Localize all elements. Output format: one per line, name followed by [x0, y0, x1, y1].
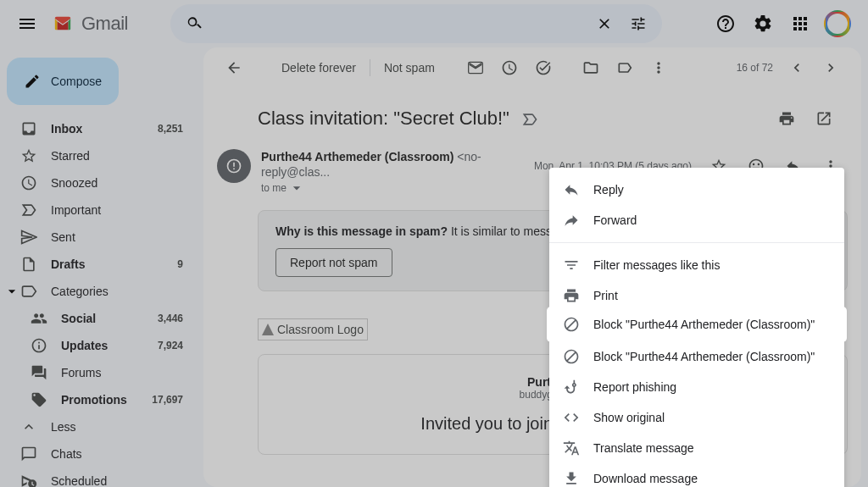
- labels-button[interactable]: [608, 51, 642, 85]
- pencil-icon: [24, 71, 41, 91]
- sidebar-item-scheduled[interactable]: Scheduled: [0, 468, 193, 487]
- block-icon: [563, 316, 580, 333]
- sender-name: Purthe44 Arthemeder (Classroom): [261, 150, 457, 163]
- gear-icon: [753, 14, 773, 34]
- label-icon: [20, 283, 37, 300]
- newer-button[interactable]: [780, 51, 814, 85]
- forward-icon: [563, 212, 580, 229]
- sidebar-item-inbox[interactable]: Inbox 8,251: [0, 115, 193, 142]
- not-spam-button[interactable]: Not spam: [374, 61, 445, 75]
- sidebar-item-social[interactable]: Social 3,446: [0, 305, 193, 332]
- compose-button[interactable]: Compose: [7, 58, 119, 105]
- caret-down-icon: [3, 283, 20, 300]
- scheduled-icon: [20, 473, 37, 487]
- filter-icon: [563, 257, 580, 274]
- menu-print[interactable]: Print: [549, 280, 844, 311]
- menu-reply[interactable]: Reply: [549, 174, 844, 205]
- menu-show-original[interactable]: Show original: [549, 402, 844, 433]
- tune-icon: [630, 15, 647, 32]
- sidebar-item-forums[interactable]: Forums: [0, 359, 193, 386]
- search-input[interactable]: [211, 16, 587, 31]
- svg-rect-2: [233, 169, 235, 170]
- svg-rect-1: [233, 163, 235, 167]
- delete-forever-button[interactable]: Delete forever: [271, 61, 366, 75]
- tag-icon: [31, 391, 47, 408]
- print-icon: [563, 287, 580, 304]
- send-icon: [20, 229, 37, 246]
- sidebar-item-less[interactable]: Less: [0, 413, 193, 440]
- settings-button[interactable]: [746, 7, 780, 41]
- label-icon: [616, 59, 633, 76]
- clock-icon: [501, 59, 518, 76]
- draft-icon: [20, 256, 37, 273]
- mark-unread-button[interactable]: [459, 51, 492, 85]
- menu-divider: [549, 242, 844, 243]
- header: Gmail: [0, 0, 868, 47]
- recipient-dropdown[interactable]: to me: [261, 180, 534, 196]
- more-vert-icon: [650, 59, 667, 76]
- sidebar-item-important[interactable]: Important: [0, 196, 193, 224]
- sender-info: Purthe44 Arthemeder (Classroom) <no-repl…: [261, 149, 534, 196]
- close-icon: [596, 15, 613, 32]
- gmail-logo[interactable]: Gmail: [51, 13, 128, 35]
- block-icon: [563, 348, 580, 365]
- add-task-button[interactable]: [526, 51, 560, 85]
- email-subject: Class invitation: "Secret Club!": [258, 108, 770, 130]
- forum-icon: [31, 364, 47, 381]
- new-window-button[interactable]: [807, 102, 841, 136]
- search-button[interactable]: [177, 7, 211, 41]
- menu-phishing[interactable]: Report phishing: [549, 372, 844, 402]
- menu-filter[interactable]: Filter messages like this: [549, 250, 844, 280]
- apps-icon: [790, 14, 810, 34]
- main-menu-button[interactable]: [7, 3, 47, 44]
- toolbar: Delete forever Not spam 16 of 72: [203, 47, 861, 88]
- search-icon: [186, 15, 203, 32]
- avatar: [824, 10, 851, 37]
- gmail-m-icon: [51, 14, 75, 33]
- sidebar-item-updates[interactable]: Updates 7,924: [0, 332, 193, 359]
- sidebar-item-snoozed[interactable]: Snoozed: [0, 169, 193, 196]
- sidebar-item-chats[interactable]: Chats: [0, 440, 193, 468]
- sidebar-item-drafts[interactable]: Drafts 9: [0, 251, 193, 278]
- account-button[interactable]: [821, 7, 854, 41]
- sidebar-item-promotions[interactable]: Promotions 17,697: [0, 386, 193, 413]
- print-button[interactable]: [770, 102, 804, 136]
- search-options-button[interactable]: [621, 7, 655, 41]
- menu-forward[interactable]: Forward: [549, 205, 844, 235]
- menu-download[interactable]: Download message: [549, 463, 844, 487]
- gmail-wordmark: Gmail: [81, 13, 128, 35]
- back-button[interactable]: [217, 51, 251, 85]
- move-to-button[interactable]: [574, 51, 608, 85]
- chevron-up-icon: [20, 418, 37, 435]
- hamburger-icon: [17, 14, 37, 34]
- search-bar[interactable]: [170, 4, 662, 43]
- menu-block[interactable]: Block "Purthe44 Arthemeder (Classroom)": [549, 341, 844, 372]
- folder-move-icon: [582, 59, 599, 76]
- sidebar-item-sent[interactable]: Sent: [0, 224, 193, 251]
- download-icon: [563, 470, 580, 487]
- sidebar-item-categories[interactable]: Categories: [0, 278, 193, 305]
- label-important-icon[interactable]: [521, 111, 538, 128]
- clear-search-button[interactable]: [587, 7, 621, 41]
- code-icon: [563, 409, 580, 426]
- menu-translate[interactable]: Translate message: [549, 433, 844, 463]
- chat-icon: [20, 445, 37, 462]
- older-button[interactable]: [814, 51, 848, 85]
- report-not-spam-button[interactable]: Report not spam: [275, 248, 392, 277]
- email-header: Class invitation: "Secret Club!": [203, 88, 861, 142]
- apps-button[interactable]: [783, 7, 817, 41]
- arrow-back-icon: [225, 59, 242, 76]
- snooze-button[interactable]: [492, 51, 526, 85]
- chevron-left-icon: [788, 59, 805, 76]
- sidebar-item-starred[interactable]: Starred: [0, 142, 193, 169]
- chevron-right-icon: [822, 59, 839, 76]
- print-icon: [778, 110, 795, 127]
- clock-icon: [20, 174, 37, 191]
- divider: [370, 59, 370, 76]
- mail-icon: [467, 59, 484, 76]
- more-button[interactable]: [642, 51, 676, 85]
- sender-avatar: [217, 149, 251, 183]
- support-button[interactable]: [709, 7, 743, 41]
- menu-block-highlighted[interactable]: Block "Purthe44 Arthemeder (Classroom)": [549, 309, 844, 340]
- compose-label: Compose: [51, 75, 102, 88]
